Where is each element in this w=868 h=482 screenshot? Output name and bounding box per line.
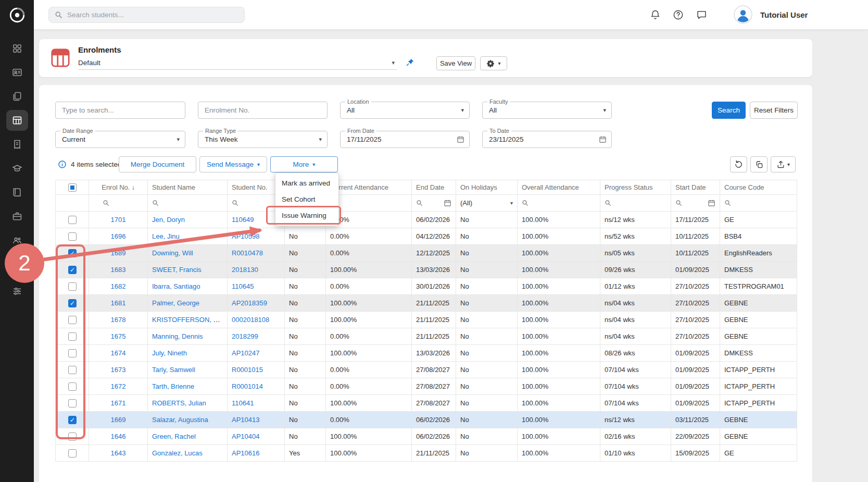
filter-cell-end-date[interactable]: [412, 195, 456, 212]
cell-enrol-no[interactable]: 1672: [89, 378, 148, 395]
cell-student-no[interactable]: AP10598: [228, 228, 285, 245]
reset-filters-button[interactable]: Reset Filters: [750, 102, 798, 119]
enrol-no-link[interactable]: 1643: [111, 449, 126, 457]
column-header-start-date[interactable]: Start Date: [671, 180, 720, 195]
select-all-header[interactable]: [56, 180, 89, 195]
enrol-no-link[interactable]: 1646: [111, 432, 126, 440]
filter-cell-progress-status[interactable]: [600, 195, 671, 212]
column-header-progress-status[interactable]: Progress Status: [600, 180, 671, 195]
sidebar-item-employers[interactable]: [6, 206, 28, 227]
cell-student-name[interactable]: Lee, Jinu: [148, 228, 228, 245]
enrol-no-link[interactable]: 1681: [111, 299, 126, 307]
cell-student-name[interactable]: Palmer, George: [148, 295, 228, 312]
cell-student-no[interactable]: R0001014: [228, 378, 285, 395]
cell-enrol-no[interactable]: 1646: [89, 428, 148, 445]
send-message-button[interactable]: Send Message ▾: [199, 156, 267, 172]
cell-enrol-no[interactable]: 1689: [89, 245, 148, 262]
cell-student-no[interactable]: AP2018359: [228, 295, 285, 312]
student-name-link[interactable]: Lee, Jinu: [152, 232, 180, 240]
table-row[interactable]: 1682Ibarra, Santiago110645No0.00%30/01/2…: [56, 278, 797, 295]
enrol-no-link[interactable]: 1669: [111, 416, 126, 424]
chat-button[interactable]: [696, 9, 707, 20]
student-no-link[interactable]: AP10616: [232, 449, 260, 457]
calendar-icon[interactable]: [444, 199, 451, 207]
student-no-link[interactable]: 110645: [232, 282, 254, 290]
cell-enrol-no[interactable]: 1682: [89, 278, 148, 295]
enrol-no-link[interactable]: 1678: [111, 316, 126, 324]
enrol-no-link[interactable]: 1671: [111, 399, 126, 407]
sidebar-item-library[interactable]: [6, 182, 28, 203]
row-checkbox[interactable]: [68, 399, 77, 407]
menu-item-set-cohort[interactable]: Set Cohort: [275, 191, 338, 207]
table-row[interactable]: 1672Tarth, BrienneR0001014No0.00%27/08/2…: [56, 378, 797, 395]
table-row[interactable]: 1683SWEET, Francis2018130No100.00%13/03/…: [56, 262, 797, 278]
cell-student-name[interactable]: Gonzalez, Lucas: [148, 445, 228, 462]
cell-enrol-no[interactable]: 1671: [89, 395, 148, 412]
cell-enrol-no[interactable]: 1675: [89, 328, 148, 345]
student-name-link[interactable]: Salazar, Augustina: [152, 416, 208, 424]
student-name-link[interactable]: KRISTOFFERSON, Kris: [152, 316, 225, 324]
cell-student-no[interactable]: R0010478: [228, 245, 285, 262]
calendar-icon[interactable]: [457, 135, 464, 145]
student-no-link[interactable]: 2018299: [232, 332, 258, 340]
student-no-link[interactable]: AP10413: [232, 416, 260, 424]
export-button[interactable]: ▾: [771, 156, 796, 172]
table-row[interactable]: 1669Salazar, AugustinaAP10413No0.00%06/0…: [56, 412, 797, 428]
avatar[interactable]: [734, 5, 752, 24]
sidebar-item-courses[interactable]: [6, 158, 28, 179]
column-header-on-holidays[interactable]: On Holidays: [456, 180, 518, 195]
student-no-link[interactable]: AP2018359: [232, 299, 267, 307]
cell-student-name[interactable]: Tarly, Samwell: [148, 362, 228, 378]
row-checkbox[interactable]: [68, 299, 77, 307]
filter-cell-start-date[interactable]: [671, 195, 720, 212]
cell-student-no[interactable]: R0001015: [228, 362, 285, 378]
student-name-link[interactable]: Jen, Doryn: [152, 216, 185, 224]
filter-cell-student-name[interactable]: [148, 195, 228, 212]
student-name-link[interactable]: Gonzalez, Lucas: [152, 449, 203, 457]
table-row[interactable]: 1701Jen, Doryn110649No0.00%06/02/2026No1…: [56, 212, 797, 228]
row-checkbox[interactable]: [68, 366, 77, 374]
student-no-link[interactable]: R0010478: [232, 249, 263, 257]
student-no-link[interactable]: AP10598: [232, 232, 260, 240]
row-checkbox[interactable]: [68, 282, 77, 291]
student-name-link[interactable]: Manning, Dennis: [152, 332, 203, 340]
enrol-no-link[interactable]: 1683: [111, 266, 126, 274]
enrolment-no-filter[interactable]: [198, 102, 328, 119]
select-all-checkbox[interactable]: [68, 183, 77, 192]
cell-student-no[interactable]: AP10247: [228, 345, 285, 362]
enrol-no-link[interactable]: 1689: [111, 249, 126, 257]
location-filter[interactable]: Location All ▾: [340, 102, 470, 119]
cell-student-name[interactable]: Downing, Will: [148, 245, 228, 262]
student-no-link[interactable]: AP10404: [232, 432, 260, 440]
table-row[interactable]: 1643Gonzalez, LucasAP10616Yes100.00%21/1…: [56, 445, 797, 462]
cell-student-no[interactable]: 110641: [228, 395, 285, 412]
app-logo[interactable]: [0, 0, 34, 30]
cell-enrol-no[interactable]: 1674: [89, 345, 148, 362]
table-row[interactable]: 1673Tarly, SamwellR0001015No0.00%27/08/2…: [56, 362, 797, 378]
cell-enrol-no[interactable]: 1683: [89, 262, 148, 278]
enrol-no-link[interactable]: 1672: [111, 382, 126, 390]
cell-student-no[interactable]: AP10404: [228, 428, 285, 445]
student-no-link[interactable]: R0001015: [232, 366, 263, 374]
student-name-link[interactable]: Ibarra, Santiago: [152, 282, 200, 290]
table-row[interactable]: 1678KRISTOFFERSON, Kris0002018108No100.0…: [56, 312, 797, 328]
menu-item-mark-as-arrived[interactable]: Mark as arrived: [275, 175, 338, 191]
sidebar-item-documents[interactable]: [6, 86, 28, 107]
column-header-overall-attendance[interactable]: Overall Attendance: [518, 180, 600, 195]
cell-student-name[interactable]: SWEET, Francis: [148, 262, 228, 278]
enrol-no-link[interactable]: 1696: [111, 232, 126, 240]
cell-student-no[interactable]: AP10616: [228, 445, 285, 462]
global-search[interactable]: [48, 7, 245, 23]
to-date-filter[interactable]: To Date 23/11/2025: [482, 131, 612, 148]
table-row[interactable]: 1675Manning, Dennis2018299No0.00%21/11/2…: [56, 328, 797, 345]
cell-student-name[interactable]: KRISTOFFERSON, Kris: [148, 312, 228, 328]
row-checkbox[interactable]: [68, 316, 77, 324]
cell-student-no[interactable]: 2018130: [228, 262, 285, 278]
row-checkbox[interactable]: [68, 232, 77, 241]
student-name-link[interactable]: ROBERTS, Julian: [152, 399, 206, 407]
cell-student-name[interactable]: Ibarra, Santiago: [148, 278, 228, 295]
cell-enrol-no[interactable]: 1681: [89, 295, 148, 312]
filter-cell-course-code[interactable]: [720, 195, 797, 212]
cell-enrol-no[interactable]: 1678: [89, 312, 148, 328]
settings-gear-button[interactable]: ▾: [480, 56, 507, 70]
